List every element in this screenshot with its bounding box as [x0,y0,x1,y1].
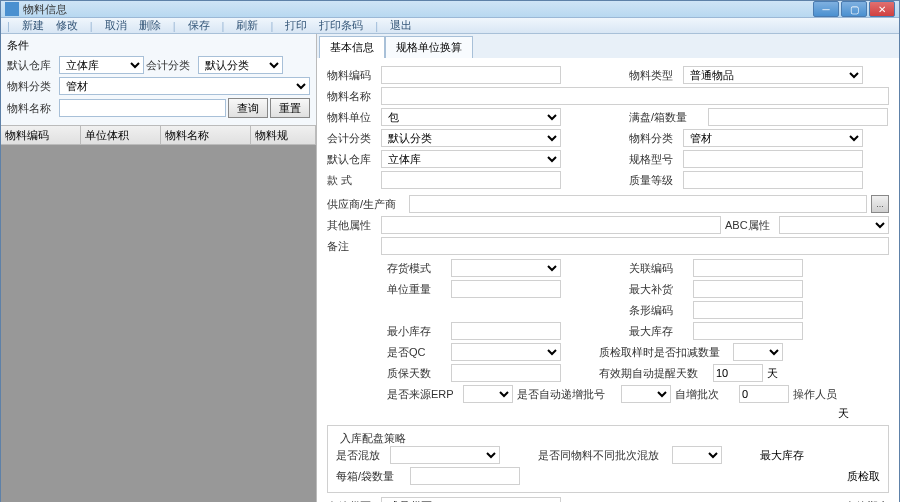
cancel-button[interactable]: 取消 [105,18,127,33]
max-stock2-label: 最大库存 [760,448,804,463]
other-attr-input[interactable] [381,216,721,234]
print-barcode-button[interactable]: 打印条码 [319,18,363,33]
unit-select[interactable]: 包 [381,108,561,126]
code-input[interactable] [381,66,561,84]
link-code-input[interactable] [693,259,803,277]
qc-deduct-label: 质检取样时是否扣减数量 [599,345,729,360]
unit-weight-input[interactable] [451,280,561,298]
fname-input[interactable] [381,87,889,105]
abc-label: ABC属性 [725,218,775,233]
warranty-label: 质保天数 [387,366,447,381]
facct-select[interactable]: 默认分类 [381,129,561,147]
facct-label: 会计分类 [327,131,377,146]
supplier-input[interactable] [409,195,867,213]
allow-mix-label: 是否混放 [336,448,386,463]
pallet-qty-input[interactable] [708,108,888,126]
reset-button[interactable]: 重置 [270,98,310,118]
loc-label: 存放货区 [327,499,377,503]
refresh-button[interactable]: 刷新 [236,18,258,33]
maximize-button[interactable]: ▢ [841,1,867,17]
tab-basic[interactable]: 基本信息 [319,36,385,58]
min-stock-input[interactable] [451,322,561,340]
category-select[interactable]: 管材 [59,77,310,95]
expiry-alert-input[interactable] [713,364,763,382]
print-button[interactable]: 打印 [285,18,307,33]
wh-label: 默认仓库 [327,152,377,167]
wh-select[interactable]: 立体库 [381,150,561,168]
barcode-label: 条形编码 [629,303,689,318]
minimize-button[interactable]: ─ [813,1,839,17]
app-icon [5,2,19,16]
pallet-legend: 入库配盘策略 [336,431,410,446]
is-qc-label: 是否QC [387,345,447,360]
new-button[interactable]: 新建 [22,18,44,33]
days-label: 天 [767,366,778,381]
save-button[interactable]: 保存 [188,18,210,33]
edit-button[interactable]: 修改 [56,18,78,33]
tabs: 基本信息 规格单位换算 [317,34,899,58]
right-pane: 基本信息 规格单位换算 物料编码 物料类型 普通物品 物料名称 [317,34,899,502]
name-input[interactable] [59,99,226,117]
link-code-label: 关联编码 [629,261,689,276]
mix-batch-label: 是否同物料不同批次混放 [538,448,668,463]
is-erp-label: 是否来源ERP [387,387,459,402]
delete-button[interactable]: 删除 [139,18,161,33]
warranty-input[interactable] [451,364,561,382]
max-stock-input[interactable] [693,322,803,340]
qc-deduct-select[interactable] [733,343,783,361]
type-select[interactable]: 普通物品 [683,66,863,84]
col-volume[interactable]: 单位体积 [81,126,161,144]
col-code[interactable]: 物料编码 [1,126,81,144]
grade-input[interactable] [683,171,863,189]
style-label: 款 式 [327,173,377,188]
filter-title: 条件 [7,38,29,53]
barcode-input[interactable] [693,301,803,319]
min-stock-label: 最小库存 [387,324,447,339]
per-box-input[interactable] [410,467,520,485]
col-name[interactable]: 物料名称 [161,126,251,144]
fcat-select[interactable]: 管材 [683,129,863,147]
stock-mode-select[interactable] [451,259,561,277]
acct-select[interactable]: 默认分类 [198,56,283,74]
acct-label: 会计分类 [146,58,196,73]
query-button[interactable]: 查询 [228,98,268,118]
window-title: 物料信息 [23,2,813,17]
fcat-label: 物料分类 [629,131,679,146]
abc-select[interactable] [779,216,889,234]
max-supply-input[interactable] [693,280,803,298]
remark-input[interactable] [381,237,889,255]
left-pane: 条件 默认仓库 立体库 会计分类 默认分类 物料分类 管材 物料名称 查询 重置 [1,34,317,502]
qc-sample-label: 质检取 [847,469,880,484]
warehouse-select[interactable]: 立体库 [59,56,144,74]
is-qc-select[interactable] [451,343,561,361]
category-label: 物料分类 [7,79,57,94]
tab-unit-convert[interactable]: 规格单位换算 [385,36,473,58]
title-bar: 物料信息 ─ ▢ ✕ [1,1,899,18]
auto-batch-label: 是否自动递增批号 [517,387,617,402]
exit-button[interactable]: 退出 [390,18,412,33]
code-label: 物料编码 [327,68,377,83]
operator-label: 操作人员 [793,387,853,402]
unit-label: 物料单位 [327,110,377,125]
grade-label: 质量等级 [629,173,679,188]
per-box-label: 每箱/袋数量 [336,469,406,484]
spec-input[interactable] [683,150,863,168]
stock-mode-label: 存货模式 [387,261,447,276]
mix-batch-select[interactable] [672,446,722,464]
close-button[interactable]: ✕ [869,1,895,17]
loc-select[interactable]: 成品货区 [381,497,561,502]
spec-label: 规格型号 [629,152,679,167]
allow-mix-select[interactable] [390,446,500,464]
remark-label: 备注 [327,239,377,254]
max-supply-label: 最大补货 [629,282,689,297]
auto-inc-input[interactable] [739,385,789,403]
grid-body[interactable] [1,145,316,502]
col-spec[interactable]: 物料规 [251,126,316,144]
form-panel: 物料编码 物料类型 普通物品 物料名称 物料单位 包 满盘/箱数量 [317,58,899,502]
auto-batch-select[interactable] [621,385,671,403]
style-input[interactable] [381,171,561,189]
filter-panel: 条件 默认仓库 立体库 会计分类 默认分类 物料分类 管材 物料名称 查询 重置 [1,34,316,125]
supplier-browse-button[interactable]: … [871,195,889,213]
auto-inc-label: 自增批次 [675,387,735,402]
is-erp-select[interactable] [463,385,513,403]
